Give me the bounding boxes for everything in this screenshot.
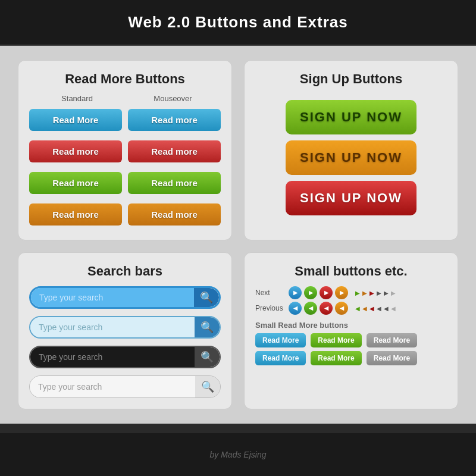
- page-title: Web 2.0 Buttons and Extras: [0, 13, 476, 32]
- prev-tri-green[interactable]: ◀: [355, 305, 360, 312]
- next-tri-green[interactable]: ▶: [355, 290, 360, 296]
- prev-tri-dark1[interactable]: ◀: [377, 305, 381, 312]
- signup-btn-green[interactable]: SIGN UP NOW: [286, 100, 416, 134]
- next-tri-dark2[interactable]: ▶: [384, 290, 389, 296]
- prev-tri-orange[interactable]: ◀: [362, 305, 367, 312]
- search-bar-lightblue: 🔍: [29, 316, 221, 339]
- read-more-grid: Read More Read more Read more Read more …: [29, 109, 221, 229]
- next-tri-light[interactable]: ▶: [391, 290, 396, 296]
- srm-green-2[interactable]: Read More: [311, 351, 361, 365]
- next-circle-orange[interactable]: ▶: [335, 286, 348, 299]
- search-button-lightblue[interactable]: 🔍: [195, 317, 220, 337]
- search-button-dark[interactable]: 🔍: [195, 347, 220, 367]
- search-bars-section: Search bars 🔍 🔍 🔍 🔍: [18, 252, 232, 409]
- read-more-btn-blue-hover[interactable]: Read more: [128, 109, 221, 131]
- search-bars-title: Search bars: [29, 264, 221, 279]
- prev-tri-light[interactable]: ◀: [391, 305, 396, 312]
- search-button-gray[interactable]: 🔍: [195, 376, 220, 397]
- small-rm-label: Small Read More buttons: [255, 321, 447, 330]
- small-buttons-area: Next ▶ ▶ ▶ ▶ ▶ ▶ ▶ ▶ ▶ ▶ Previous ◀ ◀ ◀ …: [255, 286, 447, 365]
- prev-circle-green[interactable]: ◀: [304, 302, 317, 315]
- next-label: Next: [255, 289, 286, 297]
- read-more-title: Read More Buttons: [29, 71, 221, 87]
- read-more-btn-green-hover[interactable]: Read more: [128, 172, 221, 194]
- col-mouseover-label: Mouseover: [125, 94, 221, 103]
- prev-tri-red[interactable]: ◀: [369, 305, 374, 312]
- prev-circle-orange[interactable]: ◀: [335, 302, 348, 315]
- search-bar-blue: 🔍: [29, 286, 221, 309]
- search-input-gray[interactable]: [30, 376, 195, 397]
- srm-gray-1[interactable]: Read More: [367, 333, 417, 347]
- search-bar-dark: 🔍: [29, 346, 221, 368]
- srm-gray-2[interactable]: Read More: [367, 351, 417, 365]
- footer: by Mads Ejsing: [0, 433, 476, 476]
- search-bars-list: 🔍 🔍 🔍 🔍: [29, 286, 221, 398]
- read-more-section: Read More Buttons Standard Mouseover Rea…: [18, 60, 232, 240]
- small-rm-area: Small Read More buttons Read More Read M…: [255, 321, 447, 365]
- next-tri-orange[interactable]: ▶: [362, 290, 367, 296]
- search-input-blue[interactable]: [31, 288, 194, 307]
- signup-title: Sign Up Buttons: [255, 71, 447, 87]
- read-more-btn-green-1[interactable]: Read more: [29, 172, 122, 194]
- search-input-dark[interactable]: [30, 347, 195, 367]
- srm-blue-2[interactable]: Read More: [255, 351, 306, 365]
- signup-area: SIGN UP NOW SIGN UP NOW SIGN UP NOW: [255, 94, 447, 221]
- read-more-btn-orange-1[interactable]: Read more: [29, 203, 122, 226]
- srm-blue-1[interactable]: Read More: [255, 333, 306, 347]
- search-input-lightblue[interactable]: [30, 317, 195, 337]
- col-headers: Standard Mouseover: [29, 94, 221, 107]
- main-content: Read More Buttons Standard Mouseover Rea…: [0, 46, 476, 424]
- next-circle-red[interactable]: ▶: [320, 286, 333, 299]
- read-more-btn-blue-1[interactable]: Read More: [29, 109, 122, 131]
- search-bar-gray: 🔍: [29, 375, 221, 398]
- footer-text: by Mads Ejsing: [0, 450, 476, 459]
- read-more-btn-red-1[interactable]: Read more: [29, 140, 122, 162]
- next-tri-dark1[interactable]: ▶: [377, 290, 381, 296]
- header: Web 2.0 Buttons and Extras: [0, 0, 476, 46]
- next-circle-blue[interactable]: ▶: [289, 286, 302, 299]
- signup-section: Sign Up Buttons SIGN UP NOW SIGN UP NOW …: [244, 60, 458, 240]
- small-buttons-section: Small buttons etc. Next ▶ ▶ ▶ ▶ ▶ ▶ ▶ ▶ …: [244, 252, 458, 409]
- prev-tri-dark2[interactable]: ◀: [384, 305, 389, 312]
- read-more-btn-red-hover[interactable]: Read more: [128, 140, 221, 162]
- prev-circle-red[interactable]: ◀: [320, 302, 333, 315]
- srm-green-1[interactable]: Read More: [311, 333, 361, 347]
- signup-btn-red[interactable]: SIGN UP NOW: [286, 181, 416, 215]
- small-buttons-title: Small buttons etc.: [255, 264, 447, 279]
- next-row: Next ▶ ▶ ▶ ▶ ▶ ▶ ▶ ▶ ▶ ▶: [255, 286, 447, 299]
- previous-row: Previous ◀ ◀ ◀ ◀ ◀ ◀ ◀ ◀ ◀ ◀: [255, 302, 447, 315]
- next-tri-red[interactable]: ▶: [369, 290, 374, 296]
- prev-circle-blue[interactable]: ◀: [289, 302, 302, 315]
- col-standard-label: Standard: [29, 94, 125, 103]
- read-more-btn-orange-hover[interactable]: Read more: [128, 203, 221, 226]
- small-rm-row-1: Read More Read More Read More: [255, 333, 447, 347]
- signup-btn-orange[interactable]: SIGN UP NOW: [286, 140, 416, 175]
- small-rm-row-2: Read More Read More Read More: [255, 351, 447, 365]
- search-button-blue[interactable]: 🔍: [194, 288, 219, 307]
- next-circle-green[interactable]: ▶: [304, 286, 317, 299]
- previous-label: Previous: [255, 304, 286, 312]
